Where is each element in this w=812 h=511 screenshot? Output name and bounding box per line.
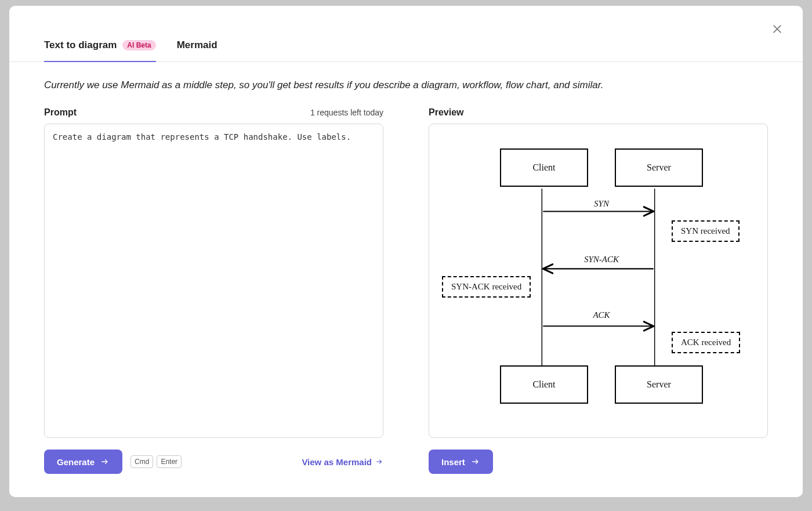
tab-text-to-diagram[interactable]: Text to diagram AI Beta [44, 39, 156, 61]
preview-box: Client Server SYN SYN received SYN-ACK S… [429, 124, 768, 438]
tab-label: Text to diagram [44, 39, 117, 51]
preview-footer: Insert [429, 438, 768, 497]
note-ack-received: ACK received [672, 332, 740, 353]
tabs: Text to diagram AI Beta Mermaid [9, 6, 803, 62]
tab-label: Mermaid [177, 39, 217, 51]
requests-left: 1 requests left today [310, 108, 383, 117]
insert-button[interactable]: Insert [429, 450, 493, 474]
node-client-top: Client [500, 148, 588, 187]
arrow-right-icon [375, 458, 383, 466]
message-ack: ACK [590, 310, 612, 320]
prompt-footer: Generate Cmd Enter View as Mermaid [44, 438, 383, 497]
prompt-header: Prompt 1 requests left today [44, 107, 383, 118]
button-label: Generate [57, 457, 95, 467]
close-button[interactable] [769, 21, 785, 37]
diagram-canvas: Client Server SYN SYN received SYN-ACK S… [429, 124, 767, 437]
prompt-label: Prompt [44, 107, 77, 118]
modal-body: Currently we use Mermaid as a middle ste… [9, 62, 803, 497]
ai-beta-badge: AI Beta [122, 40, 155, 50]
note-syn-received: SYN received [672, 220, 740, 242]
view-as-mermaid-link[interactable]: View as Mermaid [302, 457, 383, 467]
node-client-bottom: Client [500, 365, 588, 404]
message-syn: SYN [592, 199, 611, 209]
preview-header: Preview [429, 107, 768, 118]
kbd-key: Enter [157, 455, 182, 468]
text-to-diagram-modal: Text to diagram AI Beta Mermaid Currentl… [9, 6, 803, 497]
preview-column: Preview [429, 107, 768, 497]
note-syn-ack-received: SYN-ACK received [442, 276, 531, 298]
message-syn-ack: SYN-ACK [582, 255, 621, 264]
node-server-top: Server [615, 148, 703, 187]
columns: Prompt 1 requests left today Generate Cm… [44, 107, 768, 497]
button-label: Insert [441, 457, 465, 467]
keyboard-shortcut: Cmd Enter [130, 455, 182, 468]
generate-button[interactable]: Generate [44, 450, 122, 474]
arrow-right-icon [100, 457, 110, 466]
hint-text: Currently we use Mermaid as a middle ste… [44, 79, 768, 91]
preview-label: Preview [429, 107, 463, 118]
kbd-key: Cmd [130, 455, 153, 468]
close-icon [771, 23, 783, 35]
arrow-right-icon [471, 457, 480, 466]
tab-mermaid[interactable]: Mermaid [177, 39, 217, 61]
link-label: View as Mermaid [302, 457, 372, 467]
node-server-bottom: Server [615, 365, 703, 404]
prompt-column: Prompt 1 requests left today Generate Cm… [44, 107, 383, 497]
prompt-textarea[interactable] [44, 124, 383, 438]
